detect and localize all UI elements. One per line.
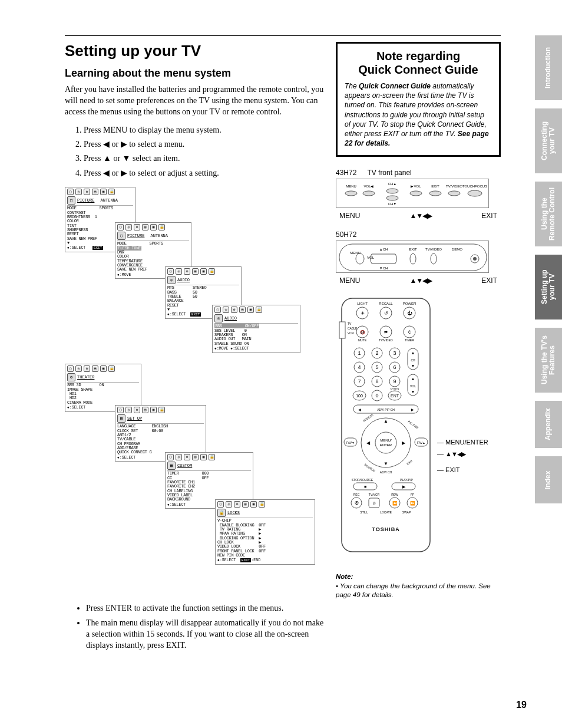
svg-text:▶VOL: ▶VOL xyxy=(411,185,421,188)
remote-control-diagram: LIGHT☀ RECALL↺ POWER⏻ TVCABLEVCR MUTE🔇 T… xyxy=(336,295,501,555)
svg-text:▼: ▼ xyxy=(411,364,415,368)
svg-text:▼CH: ▼CH xyxy=(379,266,388,270)
svg-text:EXIT: EXIT xyxy=(431,185,439,188)
svg-text:3: 3 xyxy=(393,350,396,356)
tab-appendix[interactable]: Appendix xyxy=(535,401,562,448)
svg-text:⇄: ⇄ xyxy=(384,330,388,334)
svg-text:EXIT: EXIT xyxy=(409,248,417,251)
page-title: Setting up your TV xyxy=(65,42,324,60)
svg-text:☀: ☀ xyxy=(361,311,365,316)
svg-text:▲: ▲ xyxy=(411,351,415,355)
svg-text:REC: REC xyxy=(353,493,360,496)
steps-list: Press MENU to display the menu system. P… xyxy=(84,124,324,180)
svg-text:VOL◀: VOL◀ xyxy=(363,185,373,188)
svg-text:⏪: ⏪ xyxy=(392,500,398,506)
annot-arrows: ▲▼◀▶ xyxy=(445,450,465,457)
svg-text:⏱: ⏱ xyxy=(408,330,412,334)
panel-43h72-svg: MENU VOL◀ CH▲ ▶VOL EXIT TV/VIDEO TOUCHFO… xyxy=(336,179,489,208)
svg-text:TV/VIDEO: TV/VIDEO xyxy=(379,338,392,342)
tab-setting-up[interactable]: Setting up your TV xyxy=(535,255,562,319)
panel-50h72-svg: MENU VOL ▲CH ▼CH EXIT TV/VIDEO DEMO xyxy=(336,241,489,273)
svg-text:LIGHT: LIGHT xyxy=(357,302,368,305)
menu-diagram-cluster: ▢◎⚙▤▦🔒 ▢PICTURE ANTENNA MODE SPORTS CONT… xyxy=(65,187,324,599)
svg-text:TOSHIBA: TOSHIBA xyxy=(372,526,399,532)
svg-text:LOCATE: LOCATE xyxy=(380,510,392,514)
svg-text:CABLE: CABLE xyxy=(348,327,358,330)
svg-text:CH: CH xyxy=(411,358,415,362)
tab-features[interactable]: Using the TV's Features xyxy=(535,328,562,393)
svg-text:FF: FF xyxy=(411,493,414,496)
tab-connecting[interactable]: Connecting your TV xyxy=(535,108,562,173)
svg-text:7: 7 xyxy=(358,378,361,384)
svg-text:CH▼: CH▼ xyxy=(388,202,397,206)
svg-text:▼: ▼ xyxy=(384,461,388,466)
svg-point-15 xyxy=(468,190,482,196)
svg-text:STILL: STILL xyxy=(360,510,368,514)
tab-introduction[interactable]: Introduction xyxy=(535,35,562,100)
svg-text:9: 9 xyxy=(393,378,396,384)
svg-point-9 xyxy=(363,191,375,196)
svg-text:▶: ▶ xyxy=(411,408,414,411)
svg-text:TV/VIDEO: TV/VIDEO xyxy=(425,248,442,251)
svg-text:TIMER: TIMER xyxy=(405,338,414,342)
svg-text:ADV/ PIP CH: ADV/ PIP CH xyxy=(377,408,395,411)
note-1: Press ENTER to activate the function set… xyxy=(86,603,324,614)
svg-text:FAV▼: FAV▼ xyxy=(346,441,355,444)
svg-text:VCR: VCR xyxy=(348,331,354,335)
svg-text:FAV▲: FAV▲ xyxy=(417,441,425,444)
svg-text:CH▲: CH▲ xyxy=(388,182,397,186)
callout-body: The Quick Connect Guide automatically ap… xyxy=(345,81,492,148)
menu-audio-2: ▢◎⚙▤▦🔒 ◎AUDIO SBS ON/OFF SBS LEVEL 0 SPE… xyxy=(212,305,300,353)
svg-text:▲: ▲ xyxy=(384,419,388,424)
svg-text:POWER: POWER xyxy=(403,302,416,305)
svg-text:↺: ↺ xyxy=(384,311,388,316)
svg-text:VOL: VOL xyxy=(410,384,416,388)
svg-text:TV/VCR: TV/VCR xyxy=(369,493,380,496)
svg-text:100: 100 xyxy=(356,394,363,398)
svg-text:MENU: MENU xyxy=(350,251,361,255)
svg-point-10 xyxy=(386,189,398,193)
svg-text:CH RTN: CH RTN xyxy=(390,387,399,390)
callout-title: Note regarding Quick Connect Guide xyxy=(345,50,492,77)
svg-text:4: 4 xyxy=(358,364,361,370)
svg-text:⏻: ⏻ xyxy=(407,311,412,316)
svg-text:▲: ▲ xyxy=(411,377,415,381)
svg-text:ENTER: ENTER xyxy=(380,443,392,447)
note-2: The main menu display will disappear aut… xyxy=(86,618,324,651)
svg-point-11 xyxy=(386,196,398,200)
svg-point-12 xyxy=(410,191,422,196)
svg-text:1: 1 xyxy=(358,350,361,356)
svg-text:SWAP: SWAP xyxy=(402,510,411,514)
svg-rect-40 xyxy=(339,322,345,338)
svg-point-14 xyxy=(448,191,460,196)
step-3: Press ▲ or ▼ select an item. xyxy=(84,152,324,165)
front-panel-50h72: 50H72 MENU VOL ▲CH ▼CH EXIT TV/VIDEO DEM… xyxy=(336,230,501,285)
section-heading: Learning about the menu system xyxy=(65,67,324,80)
annot-menu-enter: MENU/ENTER xyxy=(445,439,488,446)
side-tabs: Introduction Connecting your TV Using th… xyxy=(535,35,562,503)
svg-text:▲CH: ▲CH xyxy=(379,248,388,251)
svg-text:DEMO: DEMO xyxy=(452,248,462,251)
svg-text:ENT: ENT xyxy=(391,394,399,398)
svg-text:▼: ▼ xyxy=(411,390,415,394)
tab-index[interactable]: Index xyxy=(535,456,562,503)
svg-text:MENU: MENU xyxy=(346,185,356,188)
svg-text:RECALL: RECALL xyxy=(379,302,393,305)
svg-text:TV: TV xyxy=(348,322,352,325)
svg-text:5: 5 xyxy=(375,364,378,370)
svg-text:◀: ◀ xyxy=(366,440,371,446)
quick-connect-callout: Note regarding Quick Connect Guide The Q… xyxy=(336,42,501,157)
step-4: Press ◀ or ▶ to select or adjust a setti… xyxy=(84,167,324,180)
tab-remote-control[interactable]: Using the Remote Control xyxy=(535,182,562,246)
svg-text:🔇: 🔇 xyxy=(360,330,365,335)
svg-text:STOP/SOURCE: STOP/SOURCE xyxy=(352,478,373,482)
svg-text:2: 2 xyxy=(375,350,378,356)
notes-list: Press ENTER to activate the function set… xyxy=(82,603,324,651)
menu-locks: ▢◎⚙▤▦🔒 🔒LOCKS V-CHIP ENABLE BLOCKING OFF… xyxy=(215,499,315,565)
intro-paragraph: After you have installed the batteries a… xyxy=(65,84,324,118)
svg-text:TV/VIDEO: TV/VIDEO xyxy=(446,185,462,188)
svg-text:⦿: ⦿ xyxy=(355,501,359,505)
svg-point-29 xyxy=(473,257,477,261)
svg-text:PLAY/PIP: PLAY/PIP xyxy=(400,478,414,482)
svg-text:⏩: ⏩ xyxy=(410,500,415,506)
